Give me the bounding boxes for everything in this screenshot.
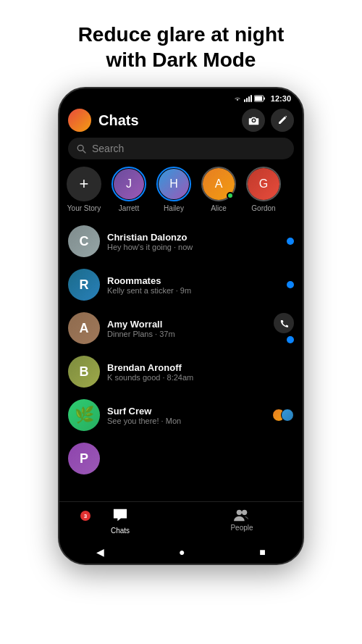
chat-item-partial[interactable]: P [59, 437, 303, 480]
system-bar: ◀ ● ■ [59, 542, 303, 564]
story-avatar-gordon: G [246, 167, 281, 201]
chat-meta-christian [287, 238, 294, 245]
chat-meta-roommates [287, 281, 294, 288]
chat-avatar-roommates: R [68, 269, 100, 301]
story-label-your-story: Your Story [67, 204, 101, 212]
chat-info-surfcrew: Surf Crew See you there! · Mon [107, 406, 265, 425]
story-item-hailey[interactable]: H Hailey [156, 167, 191, 212]
nav-item-people[interactable]: People [181, 502, 303, 542]
unread-dot-roommates [287, 281, 294, 288]
story-item-your-story[interactable]: + Your Story [67, 167, 101, 212]
chat-preview-christian: Hey how's it going · now [107, 243, 279, 251]
compose-icon [277, 115, 287, 125]
svg-rect-1 [255, 96, 262, 101]
chat-preview-amy: Dinner Plans · 37m [107, 330, 266, 338]
signal-icon [244, 95, 252, 102]
chat-item-roommates[interactable]: R Roommates Kelly sent a sticker · 9m [59, 263, 303, 306]
avatar-inner-jarrett: J [114, 169, 144, 199]
chat-info-christian: Christian Dalonzo Hey how's it going · n… [107, 232, 279, 251]
story-item-jarrett[interactable]: J Jarrett [111, 167, 146, 212]
chat-avatar-surfcrew: 🌿 [68, 399, 100, 431]
chat-preview-roommates: Kelly sent a sticker · 9m [107, 286, 279, 295]
story-label-gordon: Gordon [251, 204, 275, 212]
chats-nav-icon [112, 508, 128, 522]
chat-avatar-partial: P [68, 443, 100, 474]
chat-list: C Christian Dalonzo Hey how's it going ·… [59, 219, 303, 501]
chat-item-surfcrew[interactable]: 🌿 Surf Crew See you there! · Mon [59, 393, 303, 437]
bottom-nav: 3 Chats People [59, 501, 303, 542]
phone-device: 12:30 Chats [58, 87, 304, 565]
chat-preview-brendan: K sounds good · 8:24am [107, 373, 287, 382]
home-button[interactable]: ● [179, 546, 185, 558]
chat-avatar-brendan: B [68, 356, 100, 388]
status-time: 12:30 [271, 94, 291, 103]
unread-dot-amy [287, 336, 294, 343]
search-bar[interactable]: Search [68, 138, 294, 159]
chats-title: Chats [98, 112, 242, 129]
wifi-icon [233, 95, 242, 102]
chat-item-christian[interactable]: C Christian Dalonzo Hey how's it going ·… [59, 219, 303, 263]
svg-point-5 [237, 510, 242, 515]
chat-item-brendan[interactable]: B Brendan Aronoff K sounds good · 8:24am [59, 350, 303, 393]
chat-name-christian: Christian Dalonzo [107, 232, 279, 243]
camera-icon [248, 116, 259, 125]
story-label-hailey: Hailey [164, 204, 184, 212]
add-story-button[interactable]: + [67, 167, 101, 201]
compose-button[interactable] [271, 109, 294, 132]
chat-info-brendan: Brendan Aronoff K sounds good · 8:24am [107, 362, 287, 382]
camera-button[interactable] [242, 109, 265, 132]
chat-preview-surfcrew: See you there! · Mon [107, 417, 265, 425]
svg-point-6 [242, 510, 247, 515]
nav-item-chats[interactable]: 3 Chats [59, 502, 181, 542]
header-icons [242, 109, 294, 132]
chat-name-brendan: Brendan Aronoff [107, 362, 287, 373]
chat-name-roommates: Roommates [107, 275, 279, 286]
chat-avatar-christian: C [68, 225, 100, 257]
story-avatar-alice: A [201, 167, 236, 201]
phone-screen: 12:30 Chats [59, 88, 303, 564]
add-plus-icon: + [80, 176, 89, 192]
chat-avatar-amy: A [68, 312, 100, 344]
chat-info-amy: Amy Worrall Dinner Plans · 37m [107, 319, 266, 338]
user-avatar[interactable] [68, 109, 91, 132]
chat-name-surfcrew: Surf Crew [107, 406, 265, 417]
story-avatar-jarrett: J [111, 167, 146, 201]
online-dot-alice [227, 192, 234, 199]
group-member-2 [281, 409, 294, 422]
people-nav-label: People [230, 524, 253, 532]
page-title: Reduce glare at night with Dark Mode [49, 0, 313, 87]
chat-meta-surfcrew [272, 409, 294, 422]
chat-name-amy: Amy Worrall [107, 319, 266, 330]
back-button[interactable]: ◀ [96, 546, 104, 558]
chat-info-roommates: Roommates Kelly sent a sticker · 9m [107, 275, 279, 295]
search-placeholder: Search [92, 143, 124, 154]
svg-point-3 [77, 145, 83, 151]
chat-meta-amy [274, 313, 294, 343]
battery-icon [254, 95, 266, 102]
story-item-alice[interactable]: A Alice [201, 167, 236, 212]
people-nav-icon [234, 508, 250, 522]
story-avatar-hailey: H [156, 167, 191, 201]
story-label-jarrett: Jarrett [119, 204, 139, 212]
chats-nav-label: Chats [111, 527, 130, 535]
call-icon-amy[interactable] [274, 313, 294, 333]
recents-button[interactable]: ■ [259, 546, 265, 558]
group-avatars-surfcrew [272, 409, 294, 422]
stories-row: + Your Story J Jarrett H Hailey [59, 167, 303, 212]
svg-line-4 [83, 150, 85, 153]
phone-icon [279, 319, 289, 328]
status-icons: 12:30 [233, 94, 291, 103]
svg-rect-2 [264, 98, 265, 100]
unread-dot-christian [287, 238, 294, 245]
header: Chats [59, 106, 303, 138]
search-icon [77, 144, 86, 154]
avatar-gordon: G [248, 168, 279, 200]
avatar-inner-hailey: H [159, 169, 189, 199]
chat-item-amy[interactable]: A Amy Worrall Dinner Plans · 37m [59, 306, 303, 350]
story-item-gordon[interactable]: G Gordon [246, 167, 281, 212]
chats-nav-icon-wrapper: 3 [112, 508, 128, 525]
story-label-alice: Alice [211, 204, 227, 212]
chats-badge: 3 [80, 511, 90, 521]
status-bar: 12:30 [59, 88, 303, 106]
